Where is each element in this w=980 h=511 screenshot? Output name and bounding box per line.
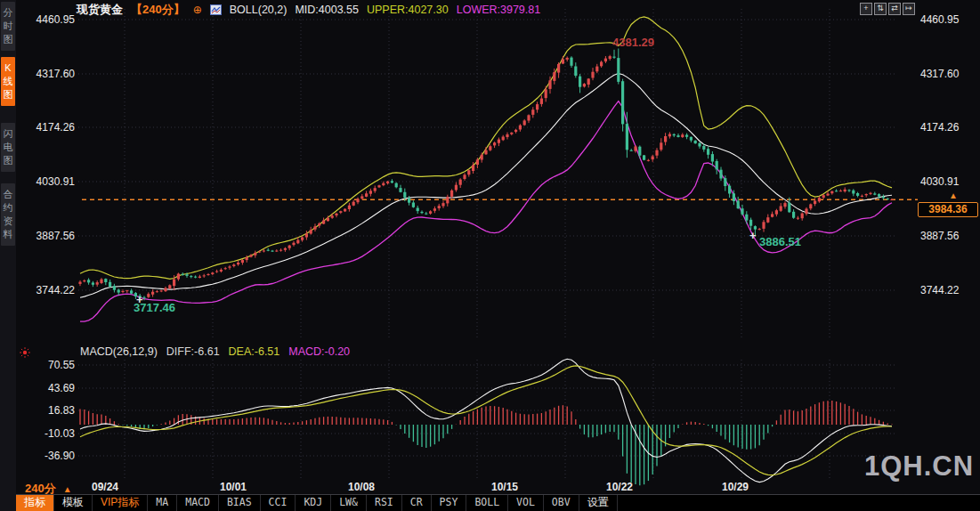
pan-right-icon[interactable]: ↦ bbox=[903, 3, 915, 15]
macd-dea-label: DEA:-6.51 bbox=[229, 345, 280, 358]
circle-plus-icon[interactable]: ⊕ bbox=[193, 4, 202, 16]
boll-lower-label: LOWER:3979.81 bbox=[457, 4, 541, 16]
macd-axis-label: 16.83 bbox=[21, 404, 75, 417]
symbol-label: 现货黄金 bbox=[77, 2, 123, 18]
toolbar-tab-RSI[interactable]: RSI bbox=[367, 495, 402, 511]
indicator-toolbar: 指标模板VIP指标MAMACDBIASCCIKDJLW&RSICRPSYBOLL… bbox=[16, 494, 980, 511]
date-label: 10/22 bbox=[606, 481, 633, 493]
footer-period-label[interactable]: 240分 bbox=[25, 482, 56, 495]
toolbar-tab-CR[interactable]: CR bbox=[402, 495, 432, 511]
price-axis-label-left: 4174.26 bbox=[21, 121, 75, 134]
price-tag: 3984.36 bbox=[918, 202, 978, 217]
toolbar-tab-指标[interactable]: 指标 bbox=[16, 495, 54, 511]
date-label: 10/15 bbox=[491, 481, 518, 493]
date-label: 09/24 bbox=[92, 481, 118, 493]
annotation-low-label: 3886.51 bbox=[759, 235, 801, 248]
date-label: 10/29 bbox=[722, 481, 749, 493]
toolbar-tab-模板[interactable]: 模板 bbox=[54, 495, 93, 511]
price-axis-label-right: 4460.95 bbox=[920, 13, 959, 26]
price-axis-label-left: 3744.22 bbox=[21, 284, 75, 296]
sidebar-item[interactable]: 分时图 bbox=[1, 2, 15, 51]
toolbar-tab-BOLL[interactable]: BOLL bbox=[466, 495, 508, 511]
toolbar-icons: +⇅⇄↦ bbox=[860, 3, 915, 15]
macd-macd-label: MACD:-0.20 bbox=[288, 345, 350, 358]
toolbar-tab-CCI[interactable]: CCI bbox=[261, 495, 296, 511]
candles bbox=[78, 49, 893, 301]
macd-axis-label: 43.69 bbox=[21, 382, 75, 394]
macd-axis-label: -10.03 bbox=[21, 427, 75, 440]
price-axis-label-left: 4460.95 bbox=[21, 13, 75, 26]
macd-header: MACD(26,12,9) DIFF:-6.61 DEA:-6.51 MACD:… bbox=[80, 345, 350, 358]
boll-bands bbox=[80, 17, 892, 321]
boll-upper-label: UPPER:4027.30 bbox=[367, 4, 449, 16]
toolbar-tab-OBV[interactable]: OBV bbox=[544, 495, 579, 511]
sidebar-item[interactable]: 合约资料 bbox=[1, 183, 15, 246]
annotation-high-label: 4381.29 bbox=[612, 36, 654, 49]
macd-axis-label: -36.90 bbox=[21, 450, 75, 462]
period-label[interactable]: 【240分】 bbox=[131, 2, 185, 18]
price-pin-icon: ▲ bbox=[949, 191, 958, 200]
indicator-dot-icon bbox=[20, 347, 30, 358]
toolbar-tab-LW&[interactable]: LW& bbox=[331, 495, 367, 511]
sidebar-item[interactable]: 闪电图 bbox=[1, 123, 15, 172]
period-up-arrow-icon[interactable]: ▲ bbox=[63, 484, 72, 494]
price-axis-label-right: 3887.56 bbox=[920, 230, 959, 242]
crosshair-icon[interactable]: + bbox=[860, 3, 872, 15]
price-axis-label-right: 4030.91 bbox=[920, 175, 959, 188]
x-axis-zoom-icon[interactable]: ⇄ bbox=[888, 3, 901, 15]
price-axis-label-right: 3744.22 bbox=[920, 284, 959, 296]
price-axis-label-right: 4317.60 bbox=[920, 68, 959, 80]
header-row: 现货黄金 【240分】 ⊕ BOLL(20,2) MID:4003.55 UPP… bbox=[77, 2, 540, 17]
macd-title: MACD(26,12,9) bbox=[80, 345, 158, 358]
sidebar-item[interactable]: K线图 bbox=[1, 57, 15, 106]
toolbar-tab-设置[interactable]: 设置 bbox=[579, 495, 618, 511]
toolbar-tab-MACD[interactable]: MACD bbox=[177, 495, 219, 511]
date-label: 10/01 bbox=[220, 481, 247, 493]
boll-mid-label: MID:4003.55 bbox=[295, 4, 359, 16]
chart-canvas[interactable] bbox=[0, 0, 980, 511]
macd-diff-label: DIFF:-6.61 bbox=[166, 345, 220, 358]
toolbar-tab-KDJ[interactable]: KDJ bbox=[296, 495, 331, 511]
price-axis-label-right: 4174.26 bbox=[920, 121, 959, 134]
date-label: 10/08 bbox=[348, 481, 375, 493]
extreme-cross-icon: + bbox=[749, 229, 757, 242]
watermark: 1QH.CN bbox=[864, 450, 974, 483]
price-axis-label-left: 4317.60 bbox=[21, 68, 75, 80]
boll-label: BOLL(20,2) bbox=[230, 4, 288, 16]
toolbar-tab-VIP指标[interactable]: VIP指标 bbox=[93, 495, 148, 511]
y-axis-zoom-icon[interactable]: ⇅ bbox=[874, 3, 887, 15]
chart-style-icon[interactable] bbox=[210, 4, 222, 15]
price-axis-label-left: 4030.91 bbox=[21, 175, 75, 188]
toolbar-tab-VOL[interactable]: VOL bbox=[508, 495, 544, 511]
toolbar-tab-BIAS[interactable]: BIAS bbox=[219, 495, 261, 511]
toolbar-tab-PSY[interactable]: PSY bbox=[432, 495, 467, 511]
sidebar: 分时图K线图闪电图合约资料 bbox=[0, 0, 16, 511]
extreme-cross-icon: + bbox=[136, 293, 143, 306]
macd-pane bbox=[80, 359, 892, 485]
toolbar-tab-MA[interactable]: MA bbox=[148, 495, 177, 511]
price-axis-label-left: 3887.56 bbox=[21, 230, 75, 242]
macd-axis-label: 70.55 bbox=[21, 359, 75, 371]
